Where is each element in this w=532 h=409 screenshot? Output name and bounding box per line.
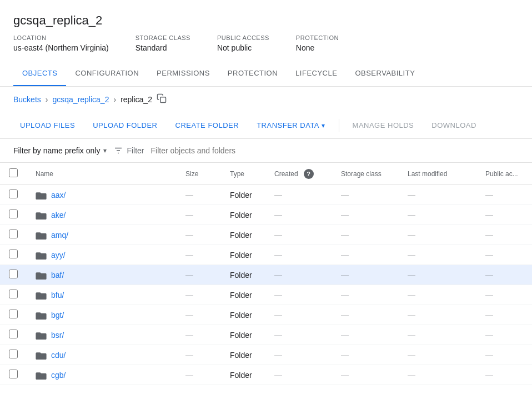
row-created-cell: — — [265, 205, 332, 225]
row-size-cell: — — [177, 305, 221, 325]
row-checkbox[interactable] — [9, 310, 18, 318]
filter-prefix-dropdown[interactable]: Filter by name prefix only ▾ — [13, 146, 107, 155]
folder-icon — [36, 311, 47, 320]
upload-files-button[interactable]: UPLOAD FILES — [13, 117, 82, 134]
row-last-modified-cell: — — [399, 305, 476, 325]
filter-button[interactable]: Filter — [113, 146, 144, 156]
row-checkbox-cell[interactable] — [0, 265, 27, 285]
storage-class-label: Storage class — [135, 34, 190, 41]
table-row: ayy/ — Folder — — — — — [0, 245, 532, 265]
row-last-modified-cell: — — [399, 245, 476, 265]
row-checkbox-cell[interactable] — [0, 365, 27, 385]
row-last-modified-cell: — — [399, 325, 476, 345]
row-name-link[interactable]: aax/ — [51, 191, 66, 199]
row-name-link[interactable]: baf/ — [51, 271, 64, 280]
row-checkbox-cell[interactable] — [0, 345, 27, 365]
row-public-access-cell: — — [476, 365, 532, 385]
row-storage-class-cell: — — [332, 225, 399, 245]
row-name-cell: cdu/ — [27, 345, 177, 365]
table-row: bgt/ — Folder — — — — — [0, 305, 532, 325]
row-last-modified-cell: — — [399, 225, 476, 245]
row-checkbox-cell[interactable] — [0, 185, 27, 205]
row-checkbox[interactable] — [9, 250, 18, 258]
protection-label: Protection — [296, 34, 339, 41]
filter-icon — [113, 146, 123, 156]
breadcrumb-buckets[interactable]: Buckets — [13, 95, 41, 104]
transfer-data-button[interactable]: TRANSFER DATA ▾ — [250, 117, 332, 134]
row-name-link[interactable]: bsr/ — [51, 331, 64, 340]
row-last-modified-cell: — — [399, 185, 476, 205]
row-name-link[interactable]: ake/ — [51, 211, 66, 220]
upload-folder-button[interactable]: UPLOAD FOLDER — [86, 117, 164, 134]
create-folder-button[interactable]: CREATE FOLDER — [169, 117, 246, 134]
row-name-link[interactable]: ayy/ — [51, 251, 66, 260]
row-name-link[interactable]: cgb/ — [51, 371, 66, 380]
meta-row: Location us-east4 (Northern Virginia) St… — [13, 34, 519, 52]
row-name-link[interactable]: amq/ — [51, 231, 68, 240]
row-checkbox[interactable] — [9, 189, 18, 198]
row-checkbox-cell[interactable] — [0, 305, 27, 325]
folder-icon — [36, 251, 47, 260]
public-access-meta: Public access Not public — [217, 34, 269, 52]
download-button[interactable]: DOWNLOAD — [425, 117, 483, 134]
filter-input[interactable] — [151, 146, 519, 155]
tab-observability[interactable]: OBSERVABILITY — [346, 61, 424, 86]
row-last-modified-cell: — — [399, 285, 476, 305]
row-checkbox[interactable] — [9, 350, 18, 358]
row-last-modified-cell: — — [399, 205, 476, 225]
row-name-cell: bgt/ — [27, 305, 177, 325]
created-info-icon[interactable]: ? — [304, 169, 314, 179]
row-checkbox-cell[interactable] — [0, 325, 27, 345]
row-checkbox[interactable] — [9, 270, 18, 278]
folder-icon — [36, 271, 47, 280]
tab-lifecycle[interactable]: LIFECYCLE — [287, 61, 346, 86]
folder-icon — [36, 351, 47, 360]
row-type-cell: Folder — [221, 245, 265, 265]
row-checkbox[interactable] — [9, 290, 18, 298]
row-name-link[interactable]: cdu/ — [51, 351, 66, 360]
row-public-access-cell: — — [476, 325, 532, 345]
tab-configuration[interactable]: CONFIGURATION — [66, 61, 148, 86]
row-checkbox-cell[interactable] — [0, 245, 27, 265]
row-public-access-cell: — — [476, 305, 532, 325]
row-type-cell: Folder — [221, 185, 265, 205]
table-row: cdu/ — Folder — — — — — [0, 345, 532, 365]
row-name-link[interactable]: bgt/ — [51, 311, 64, 320]
row-public-access-cell: — — [476, 185, 532, 205]
tab-objects[interactable]: OBJECTS — [13, 61, 66, 86]
chevron-down-icon: ▾ — [103, 147, 107, 154]
filter-row: Filter by name prefix only ▾ Filter — [0, 139, 532, 163]
transfer-data-label: TRANSFER DATA — [257, 121, 319, 129]
table-header-row: Name Size Type Created ? Storage class — [0, 163, 532, 185]
row-created-cell: — — [265, 345, 332, 365]
breadcrumb-parent[interactable]: gcsqa_replica_2 — [52, 95, 109, 104]
manage-holds-button[interactable]: MANAGE HOLDS — [346, 117, 421, 134]
row-checkbox[interactable] — [9, 210, 18, 218]
size-column-header: Size — [177, 163, 221, 185]
row-checkbox[interactable] — [9, 370, 18, 378]
row-created-cell: — — [265, 365, 332, 385]
row-type-cell: Folder — [221, 205, 265, 225]
row-created-cell: — — [265, 285, 332, 305]
row-checkbox[interactable] — [9, 330, 18, 338]
row-storage-class-cell: — — [332, 205, 399, 225]
row-size-cell: — — [177, 285, 221, 305]
row-public-access-cell: — — [476, 345, 532, 365]
folder-icon — [36, 291, 47, 300]
row-checkbox[interactable] — [9, 230, 18, 238]
public-access-value: Not public — [217, 43, 269, 52]
row-created-cell: — — [265, 265, 332, 285]
copy-path-icon[interactable] — [157, 93, 167, 106]
row-checkbox-cell[interactable] — [0, 225, 27, 245]
select-all-header[interactable] — [0, 163, 27, 185]
tab-permissions[interactable]: PERMISSIONS — [148, 61, 219, 86]
select-all-checkbox[interactable] — [9, 168, 18, 177]
row-checkbox-cell[interactable] — [0, 205, 27, 225]
row-storage-class-cell: — — [332, 185, 399, 205]
table-row: bfu/ — Folder — — — — — [0, 285, 532, 305]
row-checkbox-cell[interactable] — [0, 285, 27, 305]
table-row: ake/ — Folder — — — — — [0, 205, 532, 225]
tab-protection[interactable]: PROTECTION — [219, 61, 287, 86]
row-name-link[interactable]: bfu/ — [51, 291, 64, 300]
objects-table-container: Name Size Type Created ? Storage class — [0, 163, 532, 385]
